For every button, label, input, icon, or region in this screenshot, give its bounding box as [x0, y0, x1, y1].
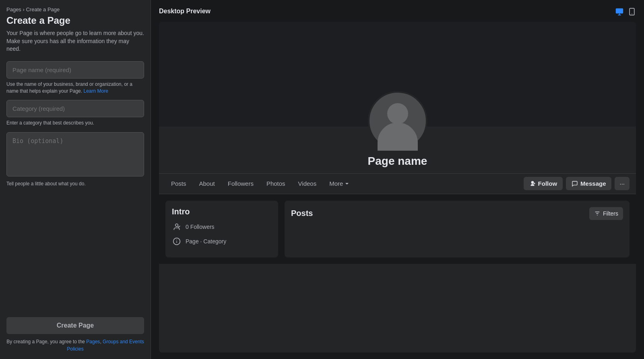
page-name-input[interactable] — [6, 61, 144, 79]
category-hint: Enter a category that best describes you… — [6, 120, 144, 127]
preview-title: Desktop Preview — [159, 8, 211, 15]
posts-title: Posts — [291, 209, 313, 218]
preview-icons — [615, 6, 636, 16]
tab-videos[interactable]: Videos — [293, 175, 322, 192]
bio-group: Tell people a little about what you do. — [6, 132, 144, 187]
filters-label: Filters — [603, 210, 618, 217]
tab-posts[interactable]: Posts — [165, 175, 192, 192]
follow-button[interactable]: Follow — [524, 177, 563, 190]
category-group: Enter a category that best describes you… — [6, 100, 144, 127]
policy-text: By creating a Page, you agree to the Pag… — [6, 338, 144, 353]
breadcrumb: Pages › Create a Page — [6, 6, 144, 12]
more-dots-button[interactable]: ··· — [615, 177, 630, 190]
content-section: Intro 0 Followers — [159, 194, 636, 264]
info-icon — [172, 237, 182, 246]
intro-title: Intro — [172, 207, 272, 216]
followers-icon — [172, 222, 182, 232]
avatar-container — [368, 91, 427, 151]
intro-followers-item: 0 Followers — [172, 222, 272, 232]
avatar — [368, 91, 427, 151]
svg-point-7 — [175, 224, 178, 226]
breadcrumb-pages[interactable]: Pages — [6, 6, 21, 12]
cover-photo — [159, 22, 636, 127]
desktop-icon[interactable] — [615, 6, 624, 16]
learn-more-link[interactable]: Learn More — [83, 88, 108, 94]
posts-header: Posts Filters — [291, 207, 623, 220]
avatar-person — [369, 93, 426, 149]
nav-actions: Follow Message ··· — [524, 177, 630, 190]
breadcrumb-separator: › — [23, 6, 25, 12]
page-name-group: Use the name of your business, brand or … — [6, 61, 144, 95]
intro-category-item: Page · Category — [172, 237, 272, 246]
svg-rect-3 — [630, 8, 634, 15]
filters-button[interactable]: Filters — [589, 207, 623, 220]
intro-followers-text: 0 Followers — [186, 224, 215, 230]
page-name-hint: Use the name of your business, brand or … — [6, 81, 144, 95]
message-button[interactable]: Message — [566, 177, 611, 190]
intro-card: Intro 0 Followers — [165, 201, 278, 257]
message-label: Message — [580, 180, 606, 187]
create-page-button[interactable]: Create Page — [6, 317, 144, 334]
preview-header: Desktop Preview — [159, 6, 636, 16]
breadcrumb-current: Create a Page — [26, 6, 60, 12]
tab-followers[interactable]: Followers — [222, 175, 259, 192]
left-panel: Pages › Create a Page Create a Page Your… — [0, 0, 151, 359]
category-input[interactable] — [6, 100, 144, 117]
page-description: Your Page is where people go to learn mo… — [6, 29, 144, 53]
preview-page-name: Page name — [159, 155, 636, 168]
posts-card: Posts Filters — [285, 201, 630, 257]
page-title: Create a Page — [6, 15, 144, 26]
tab-photos[interactable]: Photos — [261, 175, 291, 192]
nav-tabs: Posts About Followers Photos Videos More… — [159, 173, 636, 194]
tab-more[interactable]: More — [324, 175, 355, 192]
intro-category-text: Page · Category — [186, 238, 226, 245]
avatar-body — [378, 122, 418, 151]
mobile-icon[interactable] — [628, 6, 636, 16]
tab-about[interactable]: About — [194, 175, 221, 192]
pages-policy-link[interactable]: Pages — [86, 339, 100, 344]
preview-box: Page name Posts About Followers Photos V… — [159, 22, 636, 353]
more-dots-label: ··· — [619, 180, 625, 187]
right-panel: Desktop Preview Page name — [151, 0, 644, 359]
bio-hint: Tell people a little about what you do. — [6, 181, 144, 187]
bio-input[interactable] — [6, 132, 144, 176]
nav-tabs-items: Posts About Followers Photos Videos More — [165, 175, 524, 192]
svg-rect-0 — [616, 8, 623, 13]
follow-label: Follow — [538, 180, 557, 187]
avatar-head — [387, 103, 408, 124]
